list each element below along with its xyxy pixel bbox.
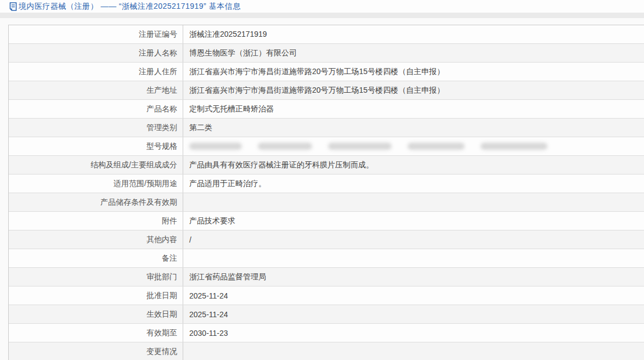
- row-label: 产品名称: [9, 100, 183, 118]
- row-label: 附件: [9, 212, 183, 230]
- redacted-text-block: [408, 143, 465, 150]
- table-row: 其他内容 /: [9, 230, 644, 249]
- row-value: [183, 342, 644, 360]
- row-value: [183, 193, 644, 211]
- redacted-text-block: [481, 143, 547, 150]
- table-row: 生效日期 2025-11-24: [9, 305, 644, 324]
- table-row: 有效期至 2030-11-23: [9, 324, 644, 342]
- row-label: 适用范围/预期用途: [9, 175, 183, 193]
- row-value: 浙江省嘉兴市海宁市海昌街道施带路20号万物工场15号楼四楼（自主申报）: [183, 81, 644, 99]
- row-value: 浙江省药品监督管理局: [183, 268, 644, 286]
- redacted-text-block: [258, 143, 312, 150]
- row-value: [183, 249, 644, 267]
- row-value: 2030-11-23: [183, 324, 644, 342]
- table-row: 适用范围/预期用途 产品适用于正畸治疗。: [9, 175, 644, 193]
- row-value: [183, 137, 644, 155]
- row-value: /: [183, 230, 644, 249]
- row-value: 2025-11-24: [183, 305, 644, 323]
- redacted-text-block: [189, 143, 242, 150]
- table-row: 型号规格: [9, 137, 644, 156]
- table-row: 批准日期 2025-11-24: [9, 286, 644, 305]
- document-icon: [9, 2, 17, 11]
- row-value: 浙江省嘉兴市海宁市海昌街道施带路20号万物工场15号楼四楼（自主申报）: [183, 63, 644, 81]
- row-label: 备注: [9, 249, 183, 267]
- row-value: 2025-11-24: [183, 286, 644, 305]
- table-row: 生产地址 浙江省嘉兴市海宁市海昌街道施带路20号万物工场15号楼四楼（自主申报）: [9, 81, 644, 100]
- table-row: 产品储存条件及有效期: [9, 193, 644, 212]
- table-row: 注册人名称 博恩生物医学（浙江）有限公司: [9, 44, 644, 63]
- row-label: 变更情况: [9, 342, 183, 360]
- row-value: 产品由具有有效医疗器械注册证的牙科膜片压制而成。: [183, 156, 644, 174]
- title-bar: 境内医疗器械（注册） —— “浙械注准20252171919” 基本信息: [0, 0, 644, 13]
- row-value: 第二类: [183, 119, 644, 137]
- redacted-text-block: [328, 143, 392, 150]
- table-row: 变更情况: [9, 342, 644, 360]
- row-label: 生效日期: [9, 305, 183, 323]
- header-divider-strip: [0, 13, 644, 18]
- row-value: 产品技术要求: [183, 212, 644, 230]
- table-row: 结构及组成/主要组成成分 产品由具有有效医疗器械注册证的牙科膜片压制而成。: [9, 156, 644, 175]
- table-row: 管理类别 第二类: [9, 119, 644, 137]
- row-value: 产品适用于正畸治疗。: [183, 175, 644, 193]
- row-value: 浙械注准20252171919: [183, 25, 644, 43]
- row-label: 注册人住所: [9, 63, 183, 81]
- row-label: 型号规格: [9, 137, 183, 155]
- row-label: 其他内容: [9, 230, 183, 249]
- info-table: 注册证编号 浙械注准20252171919 注册人名称 博恩生物医学（浙江）有限…: [8, 25, 644, 360]
- table-row: 审批部门 浙江省药品监督管理局: [9, 268, 644, 286]
- row-label: 注册证编号: [9, 25, 183, 43]
- row-label: 有效期至: [9, 324, 183, 342]
- row-label: 结构及组成/主要组成成分: [9, 156, 183, 174]
- row-label: 注册人名称: [9, 44, 183, 62]
- page-title: 境内医疗器械（注册） —— “浙械注准20252171919” 基本信息: [19, 2, 241, 12]
- table-row: 注册证编号 浙械注准20252171919: [9, 25, 644, 44]
- row-label: 生产地址: [9, 81, 183, 99]
- row-value: 博恩生物医学（浙江）有限公司: [183, 44, 644, 62]
- row-label: 审批部门: [9, 268, 183, 286]
- row-value: 定制式无托槽正畸矫治器: [183, 100, 644, 118]
- table-row: 附件 产品技术要求: [9, 212, 644, 230]
- row-label: 产品储存条件及有效期: [9, 193, 183, 211]
- table-row: 备注: [9, 249, 644, 268]
- table-row: 产品名称 定制式无托槽正畸矫治器: [9, 100, 644, 119]
- table-row: 注册人住所 浙江省嘉兴市海宁市海昌街道施带路20号万物工场15号楼四楼（自主申报…: [9, 63, 644, 81]
- row-label: 批准日期: [9, 286, 183, 305]
- spacer: [0, 18, 644, 25]
- row-label: 管理类别: [9, 119, 183, 137]
